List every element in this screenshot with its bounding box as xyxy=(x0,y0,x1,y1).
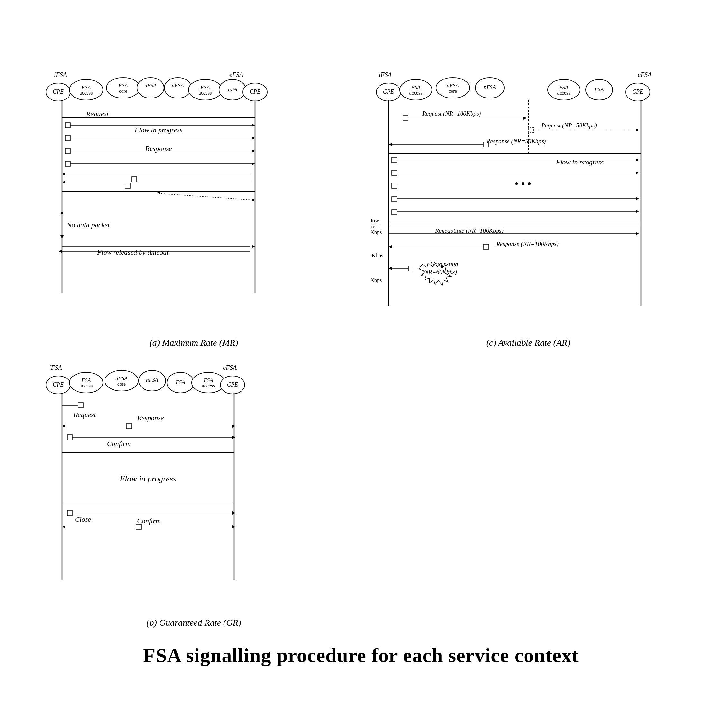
svg-text:CPE: CPE xyxy=(383,89,394,95)
svg-text:core: core xyxy=(118,381,126,387)
svg-text:core: core xyxy=(449,89,457,94)
svg-marker-54 xyxy=(252,245,255,248)
svg-text:eFSA: eFSA xyxy=(638,71,652,78)
svg-marker-85 xyxy=(636,128,639,132)
svg-text:Flow released by timeout: Flow released by timeout xyxy=(96,248,168,256)
svg-rect-151 xyxy=(127,424,131,429)
svg-rect-83 xyxy=(528,127,534,133)
svg-text:access: access xyxy=(557,90,570,96)
svg-marker-89 xyxy=(389,143,392,146)
svg-text:FSA: FSA xyxy=(200,84,210,90)
diagram-a: iFSA eFSA CPE FSA access FSA core nFSA xyxy=(36,68,351,348)
svg-text:access: access xyxy=(198,90,212,96)
svg-marker-47 xyxy=(252,198,255,202)
diagrams-grid: iFSA eFSA CPE FSA access FSA core nFSA xyxy=(36,68,686,628)
svg-rect-44 xyxy=(125,183,130,188)
svg-marker-117 xyxy=(389,245,392,248)
svg-text:60Kbps: 60Kbps xyxy=(371,277,382,283)
svg-text:access: access xyxy=(201,383,215,388)
svg-marker-122 xyxy=(389,267,392,270)
svg-marker-40 xyxy=(62,173,65,176)
svg-text:Request (NR=100Kbps): Request (NR=100Kbps) xyxy=(422,110,481,117)
svg-text:Flow in progress: Flow in progress xyxy=(556,158,604,166)
empty-cell xyxy=(371,361,686,628)
svg-text:CPE: CPE xyxy=(227,381,238,388)
svg-marker-50 xyxy=(61,235,64,239)
svg-text:Request (NR=50Kbps): Request (NR=50Kbps) xyxy=(541,122,597,129)
svg-text:nFSA: nFSA xyxy=(144,83,157,89)
svg-rect-120 xyxy=(409,266,414,271)
svg-text:FSA: FSA xyxy=(559,84,569,90)
svg-text:access: access xyxy=(79,90,93,96)
svg-point-45 xyxy=(157,191,160,193)
svg-rect-27 xyxy=(65,148,70,153)
svg-text:FSA: FSA xyxy=(81,377,91,383)
svg-text:Confirm: Confirm xyxy=(137,517,160,525)
svg-text:nFSA: nFSA xyxy=(116,375,128,381)
svg-text:Flow in progress: Flow in progress xyxy=(134,126,182,134)
svg-marker-34 xyxy=(252,149,255,153)
svg-text:FSA: FSA xyxy=(411,84,421,90)
svg-marker-98 xyxy=(636,158,639,162)
svg-text:FSA: FSA xyxy=(203,377,213,383)
svg-rect-28 xyxy=(65,161,70,167)
svg-line-46 xyxy=(159,193,252,200)
svg-rect-25 xyxy=(65,122,70,128)
svg-text:FSA: FSA xyxy=(227,86,237,92)
svg-text:rate =: rate = xyxy=(371,223,380,229)
svg-rect-96 xyxy=(392,210,397,215)
svg-text:nFSA: nFSA xyxy=(172,83,184,89)
svg-text:Renegotiate (NR=100Kbps): Renegotiate (NR=100Kbps) xyxy=(435,227,504,234)
diagram-b: iFSA eFSA CPE FSA access nFSA core nFSA xyxy=(36,361,351,628)
svg-text:FSA: FSA xyxy=(175,379,185,385)
svg-text:(NR=60Kbps): (NR=60Kbps) xyxy=(422,268,457,275)
svg-marker-153 xyxy=(62,425,65,428)
svg-text:50Kbps: 50Kbps xyxy=(371,229,382,235)
svg-text:Close: Close xyxy=(75,515,91,523)
svg-rect-95 xyxy=(392,197,397,202)
svg-rect-162 xyxy=(67,511,72,515)
svg-text:FSA: FSA xyxy=(118,83,128,89)
svg-marker-100 xyxy=(636,171,639,174)
svg-text:No data packet: No data packet xyxy=(67,221,110,229)
svg-rect-156 xyxy=(67,435,72,440)
svg-marker-81 xyxy=(523,116,527,120)
svg-rect-92 xyxy=(392,158,397,162)
svg-marker-56 xyxy=(59,250,62,253)
svg-marker-49 xyxy=(61,211,64,214)
svg-marker-169 xyxy=(62,525,65,528)
svg-point-101 xyxy=(515,182,518,185)
svg-text:core: core xyxy=(119,89,127,94)
svg-text:iFSA: iFSA xyxy=(54,71,67,78)
main-title: FSA signalling procedure for each servic… xyxy=(36,644,686,667)
svg-rect-79 xyxy=(403,116,408,121)
caption-c: (c) Available Rate (AR) xyxy=(371,338,686,348)
svg-text:Flow: Flow xyxy=(371,217,379,224)
svg-rect-93 xyxy=(392,170,397,175)
svg-text:iFSA: iFSA xyxy=(379,71,392,78)
svg-text:nFSA: nFSA xyxy=(146,377,158,383)
svg-marker-36 xyxy=(252,162,255,165)
svg-text:CPE: CPE xyxy=(632,89,643,95)
svg-text:100Kbps: 100Kbps xyxy=(371,252,383,258)
svg-rect-147 xyxy=(78,402,83,408)
svg-text:CPE: CPE xyxy=(53,89,64,95)
caption-a: (a) Maximum Rate (MR) xyxy=(36,338,351,348)
page-container: iFSA eFSA CPE FSA access FSA core nFSA xyxy=(23,49,699,680)
svg-text:CPE: CPE xyxy=(250,89,261,95)
svg-text:CPE: CPE xyxy=(53,381,64,388)
svg-rect-167 xyxy=(136,524,141,529)
svg-text:nFSA: nFSA xyxy=(484,84,496,90)
svg-text:eFSA: eFSA xyxy=(223,364,237,371)
svg-rect-26 xyxy=(65,136,70,141)
svg-rect-115 xyxy=(483,244,488,249)
svg-text:Response (NR=100Kbps): Response (NR=100Kbps) xyxy=(496,240,559,248)
svg-marker-105 xyxy=(636,197,639,200)
svg-rect-43 xyxy=(131,177,137,182)
svg-text:Request: Request xyxy=(73,411,96,419)
svg-text:iFSA: iFSA xyxy=(49,364,63,371)
svg-text:Confirm: Confirm xyxy=(107,440,131,448)
svg-text:Response: Response xyxy=(145,144,172,153)
svg-text:Response (NR=50Kbps): Response (NR=50Kbps) xyxy=(486,138,546,145)
svg-marker-107 xyxy=(636,210,639,213)
